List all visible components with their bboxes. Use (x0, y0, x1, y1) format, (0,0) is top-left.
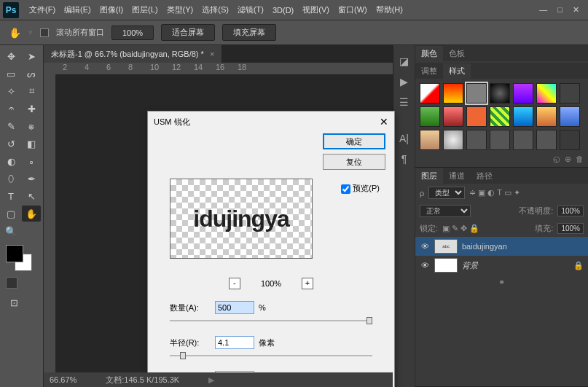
menu-layer[interactable]: 图层(L) (128, 1, 162, 18)
style-swatch[interactable] (536, 130, 557, 150)
menu-window[interactable]: 窗口(W) (334, 1, 372, 18)
move-tool[interactable]: ✥ (1, 48, 20, 64)
amount-input[interactable] (215, 301, 254, 314)
lasso-tool[interactable]: ᔕ (22, 66, 41, 82)
style-swatch[interactable] (490, 83, 510, 103)
style-swatch[interactable] (513, 83, 533, 103)
wand-tool[interactable]: ✧ (1, 83, 20, 99)
document-tab[interactable]: 未标题-1 @ 66.7% (baidujingyan, RGB/8) *× (44, 45, 222, 63)
preview-image[interactable]: idujingya (170, 179, 313, 259)
style-swatch[interactable] (536, 106, 557, 127)
layer-row[interactable]: 👁 abc baidujingyan (415, 237, 588, 256)
character-panel-icon[interactable]: A| (396, 130, 413, 147)
style-swatch[interactable] (490, 130, 510, 150)
close-window-icon[interactable]: ✕ (573, 5, 579, 15)
color-swatches[interactable] (1, 243, 42, 273)
eraser-tool[interactable]: ◧ (22, 136, 41, 152)
style-swatch[interactable] (560, 83, 580, 103)
style-swatch[interactable] (513, 106, 533, 127)
tab-swatches[interactable]: 色板 (443, 46, 471, 61)
preview-checkbox[interactable]: 预览(P) (341, 183, 380, 194)
swatch-indicator-icon[interactable]: ◪ (396, 52, 413, 70)
shape-tool[interactable]: ▢ (1, 206, 20, 222)
radius-input[interactable] (215, 336, 254, 349)
menu-image[interactable]: 图像(I) (95, 1, 128, 18)
maximize-icon[interactable]: □ (557, 5, 562, 15)
hand-tool[interactable]: ✋ (22, 206, 41, 222)
menu-3d[interactable]: 3D(D) (268, 3, 298, 17)
menu-type[interactable]: 类型(Y) (162, 1, 198, 18)
reset-button[interactable]: 复位 (323, 154, 385, 170)
arrow-tool[interactable]: ➤ (22, 48, 41, 64)
style-swatch[interactable] (420, 106, 440, 127)
ok-button[interactable]: 确定 (323, 133, 385, 149)
fill-screen-button[interactable]: 填充屏幕 (222, 24, 276, 41)
zoom-100-button[interactable]: 100% (111, 26, 154, 40)
tab-adjust[interactable]: 调整 (415, 63, 443, 79)
style-swatch[interactable] (536, 83, 557, 103)
eyedropper-tool[interactable]: 𝄐 (1, 101, 20, 117)
style-swatch[interactable] (420, 83, 440, 103)
style-swatch[interactable] (443, 130, 463, 150)
screen-mode[interactable]: ⊡ (4, 294, 23, 310)
foreground-swatch[interactable] (6, 245, 23, 262)
history-brush-tool[interactable]: ↺ (1, 136, 20, 152)
gradient-tool[interactable]: ◐ (1, 153, 20, 169)
history-panel-icon[interactable]: ☰ (396, 93, 413, 111)
style-swatch[interactable] (466, 130, 487, 150)
paragraph-panel-icon[interactable]: ¶ (396, 150, 413, 168)
layer-name[interactable]: 背景 (462, 260, 478, 271)
path-select-tool[interactable]: ↖ (22, 188, 41, 204)
style-swatch[interactable] (513, 130, 533, 150)
style-swatch[interactable] (490, 106, 510, 127)
tab-layers[interactable]: 图层 (415, 168, 443, 184)
blur-tool[interactable]: ∘ (22, 153, 41, 169)
heal-tool[interactable]: ✚ (22, 101, 41, 117)
menu-file[interactable]: 文件(F) (25, 1, 60, 18)
visibility-icon[interactable]: 👁 (420, 261, 430, 270)
tab-styles[interactable]: 样式 (443, 63, 471, 79)
dodge-tool[interactable]: ⬯ (1, 171, 20, 187)
opacity-value[interactable]: 100% (557, 206, 584, 216)
menu-filter[interactable]: 滤镜(T) (233, 1, 268, 18)
dialog-close-icon[interactable]: ✕ (380, 116, 388, 128)
menu-help[interactable]: 帮助(H) (372, 1, 407, 18)
zoom-tool[interactable]: 🔍 (1, 223, 20, 239)
style-swatch[interactable] (466, 83, 487, 103)
layer-row[interactable]: 👁 背景 🔒 (415, 256, 588, 275)
menu-select[interactable]: 选择(S) (197, 1, 233, 18)
tab-paths[interactable]: 路径 (471, 168, 498, 184)
blend-mode-select[interactable]: 正常 (420, 205, 471, 217)
stamp-tool[interactable]: ⎈ (22, 118, 41, 134)
brush-tool[interactable]: ✎ (1, 118, 20, 134)
layer-name[interactable]: baidujingyan (462, 242, 507, 251)
menu-view[interactable]: 视图(V) (298, 1, 334, 18)
style-swatch[interactable] (560, 130, 580, 150)
link-layers-icon[interactable]: ⚭ (415, 275, 588, 290)
amount-slider[interactable] (170, 317, 372, 324)
visibility-icon[interactable]: 👁 (420, 242, 430, 251)
tab-color[interactable]: 颜色 (415, 46, 443, 61)
layer-kind-select[interactable]: 类型 (428, 187, 465, 199)
crop-tool[interactable]: ⌗ (22, 83, 41, 99)
fit-screen-button[interactable]: 适合屏幕 (161, 24, 215, 41)
scroll-all-checkbox[interactable] (40, 28, 49, 37)
lock-icons[interactable]: ▣ ✎ ✥ 🔒 (442, 224, 479, 233)
zoom-in-button[interactable]: + (302, 278, 313, 289)
style-swatch[interactable] (560, 106, 580, 127)
minimize-icon[interactable]: — (539, 5, 547, 15)
menu-edit[interactable]: 编辑(E) (60, 1, 95, 18)
quickmask-toggle[interactable] (6, 277, 17, 289)
pen-tool[interactable]: ✒ (22, 171, 41, 187)
radius-slider[interactable] (170, 352, 372, 359)
fill-value[interactable]: 100% (557, 223, 584, 234)
style-swatch[interactable] (443, 83, 463, 103)
marquee-tool[interactable]: ▭ (1, 66, 20, 82)
style-swatch[interactable] (466, 106, 487, 127)
style-swatch[interactable] (420, 130, 440, 150)
style-swatch[interactable] (443, 106, 463, 127)
play-icon[interactable]: ▶ (396, 73, 413, 90)
zoom-out-button[interactable]: - (229, 278, 240, 289)
tab-channels[interactable]: 通道 (443, 168, 471, 184)
text-tool[interactable]: T (1, 188, 20, 204)
